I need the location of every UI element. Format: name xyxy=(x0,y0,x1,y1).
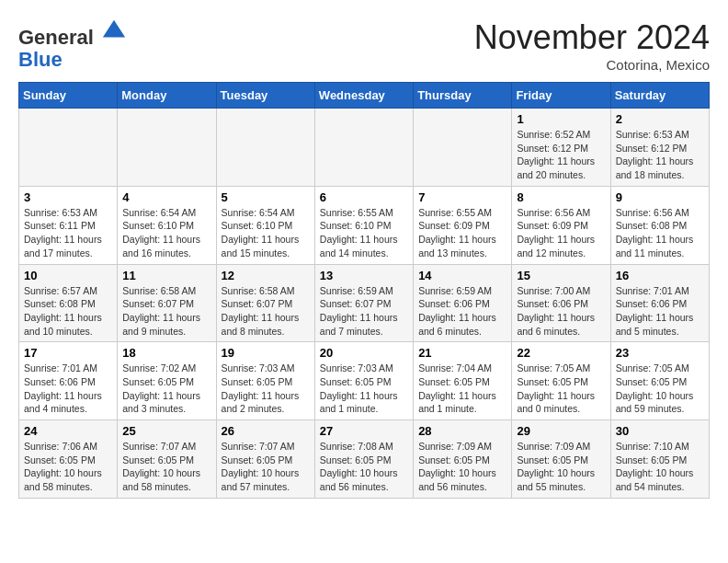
location: Cotorina, Mexico xyxy=(474,57,710,73)
month-title: November 2024 xyxy=(474,18,710,57)
calendar-week-4: 17Sunrise: 7:01 AM Sunset: 6:06 PM Dayli… xyxy=(19,342,710,420)
calendar-week-2: 3Sunrise: 6:53 AM Sunset: 6:11 PM Daylig… xyxy=(19,186,710,264)
calendar-cell: 10Sunrise: 6:57 AM Sunset: 6:08 PM Dayli… xyxy=(19,264,118,342)
day-number: 19 xyxy=(222,346,310,360)
calendar-table: SundayMondayTuesdayWednesdayThursdayFrid… xyxy=(18,82,710,499)
calendar-cell: 21Sunrise: 7:04 AM Sunset: 6:05 PM Dayli… xyxy=(414,342,512,420)
calendar-cell: 26Sunrise: 7:07 AM Sunset: 6:05 PM Dayli… xyxy=(216,420,314,499)
calendar-cell xyxy=(19,109,118,187)
day-number: 12 xyxy=(222,269,310,282)
calendar-cell: 2Sunrise: 6:53 AM Sunset: 6:12 PM Daylig… xyxy=(610,109,709,187)
logo: General Blue xyxy=(18,18,127,71)
day-number: 24 xyxy=(24,424,112,438)
day-number: 3 xyxy=(24,190,112,204)
day-number: 26 xyxy=(222,424,310,438)
day-number: 17 xyxy=(24,346,112,360)
day-number: 10 xyxy=(24,269,112,282)
calendar-cell: 5Sunrise: 6:54 AM Sunset: 6:10 PM Daylig… xyxy=(216,186,314,264)
day-info: Sunrise: 6:55 AM Sunset: 6:09 PM Dayligh… xyxy=(418,206,506,260)
calendar-cell: 14Sunrise: 6:59 AM Sunset: 6:06 PM Dayli… xyxy=(414,264,512,342)
day-number: 29 xyxy=(517,424,605,438)
day-number: 11 xyxy=(122,269,210,282)
calendar-cell: 29Sunrise: 7:09 AM Sunset: 6:05 PM Dayli… xyxy=(512,420,610,499)
day-info: Sunrise: 6:52 AM Sunset: 6:12 PM Dayligh… xyxy=(517,128,605,182)
day-info: Sunrise: 6:54 AM Sunset: 6:10 PM Dayligh… xyxy=(222,206,310,260)
svg-marker-0 xyxy=(103,20,125,38)
day-info: Sunrise: 7:01 AM Sunset: 6:06 PM Dayligh… xyxy=(24,362,112,416)
calendar-cell: 3Sunrise: 6:53 AM Sunset: 6:11 PM Daylig… xyxy=(19,186,118,264)
day-info: Sunrise: 6:59 AM Sunset: 6:06 PM Dayligh… xyxy=(418,284,506,339)
day-info: Sunrise: 6:58 AM Sunset: 6:07 PM Dayligh… xyxy=(122,284,210,339)
day-number: 23 xyxy=(616,346,704,360)
weekday-header-tuesday: Tuesday xyxy=(216,83,314,109)
calendar-cell xyxy=(216,109,314,187)
day-info: Sunrise: 7:09 AM Sunset: 6:05 PM Dayligh… xyxy=(517,440,605,494)
day-number: 6 xyxy=(320,190,408,204)
day-info: Sunrise: 7:05 AM Sunset: 6:05 PM Dayligh… xyxy=(616,362,704,416)
weekday-header-sunday: Sunday xyxy=(19,83,118,109)
day-number: 25 xyxy=(122,424,210,438)
calendar-cell xyxy=(118,109,216,187)
calendar-cell: 16Sunrise: 7:01 AM Sunset: 6:06 PM Dayli… xyxy=(610,264,709,342)
weekday-header-wednesday: Wednesday xyxy=(314,83,413,109)
day-info: Sunrise: 7:08 AM Sunset: 6:05 PM Dayligh… xyxy=(320,440,408,494)
day-info: Sunrise: 6:59 AM Sunset: 6:07 PM Dayligh… xyxy=(320,284,408,339)
calendar-cell: 28Sunrise: 7:09 AM Sunset: 6:05 PM Dayli… xyxy=(414,420,512,499)
day-info: Sunrise: 6:58 AM Sunset: 6:07 PM Dayligh… xyxy=(222,284,310,339)
calendar-cell: 4Sunrise: 6:54 AM Sunset: 6:10 PM Daylig… xyxy=(118,186,216,264)
weekday-header-saturday: Saturday xyxy=(610,83,709,109)
weekday-header-friday: Friday xyxy=(512,83,610,109)
calendar-cell: 8Sunrise: 6:56 AM Sunset: 6:09 PM Daylig… xyxy=(512,186,610,264)
logo-blue: Blue xyxy=(18,48,63,71)
day-number: 28 xyxy=(418,424,506,438)
day-number: 14 xyxy=(418,269,506,282)
day-number: 5 xyxy=(222,190,310,204)
day-number: 8 xyxy=(517,190,605,204)
day-number: 20 xyxy=(320,346,408,360)
calendar-cell: 18Sunrise: 7:02 AM Sunset: 6:05 PM Dayli… xyxy=(118,342,216,420)
day-info: Sunrise: 7:10 AM Sunset: 6:05 PM Dayligh… xyxy=(616,440,704,494)
calendar-cell: 20Sunrise: 7:03 AM Sunset: 6:05 PM Dayli… xyxy=(314,342,413,420)
day-number: 30 xyxy=(616,424,704,438)
day-info: Sunrise: 6:55 AM Sunset: 6:10 PM Dayligh… xyxy=(320,206,408,260)
day-info: Sunrise: 7:07 AM Sunset: 6:05 PM Dayligh… xyxy=(122,440,210,494)
calendar-cell: 13Sunrise: 6:59 AM Sunset: 6:07 PM Dayli… xyxy=(314,264,413,342)
calendar-body: 1Sunrise: 6:52 AM Sunset: 6:12 PM Daylig… xyxy=(19,109,710,499)
day-info: Sunrise: 6:56 AM Sunset: 6:09 PM Dayligh… xyxy=(517,206,605,260)
day-number: 18 xyxy=(122,346,210,360)
day-info: Sunrise: 6:53 AM Sunset: 6:11 PM Dayligh… xyxy=(24,206,112,260)
day-number: 21 xyxy=(418,346,506,360)
calendar-cell: 27Sunrise: 7:08 AM Sunset: 6:05 PM Dayli… xyxy=(314,420,413,499)
day-info: Sunrise: 7:02 AM Sunset: 6:05 PM Dayligh… xyxy=(122,362,210,416)
day-info: Sunrise: 7:03 AM Sunset: 6:05 PM Dayligh… xyxy=(320,362,408,416)
logo-general: General xyxy=(18,26,94,49)
calendar-week-3: 10Sunrise: 6:57 AM Sunset: 6:08 PM Dayli… xyxy=(19,264,710,342)
title-block: November 2024 Cotorina, Mexico xyxy=(474,18,710,73)
day-info: Sunrise: 7:06 AM Sunset: 6:05 PM Dayligh… xyxy=(24,440,112,494)
calendar-week-5: 24Sunrise: 7:06 AM Sunset: 6:05 PM Dayli… xyxy=(19,420,710,499)
day-info: Sunrise: 6:54 AM Sunset: 6:10 PM Dayligh… xyxy=(122,206,210,260)
calendar-cell: 23Sunrise: 7:05 AM Sunset: 6:05 PM Dayli… xyxy=(610,342,709,420)
calendar-cell: 15Sunrise: 7:00 AM Sunset: 6:06 PM Dayli… xyxy=(512,264,610,342)
day-info: Sunrise: 7:05 AM Sunset: 6:05 PM Dayligh… xyxy=(517,362,605,416)
calendar-cell: 25Sunrise: 7:07 AM Sunset: 6:05 PM Dayli… xyxy=(118,420,216,499)
page-header: General Blue November 2024 Cotorina, Mex… xyxy=(18,18,710,73)
calendar-cell: 7Sunrise: 6:55 AM Sunset: 6:09 PM Daylig… xyxy=(414,186,512,264)
calendar-header-row: SundayMondayTuesdayWednesdayThursdayFrid… xyxy=(19,83,710,109)
weekday-header-monday: Monday xyxy=(118,83,216,109)
day-number: 15 xyxy=(517,269,605,282)
day-info: Sunrise: 7:07 AM Sunset: 6:05 PM Dayligh… xyxy=(222,440,310,494)
calendar-cell: 11Sunrise: 6:58 AM Sunset: 6:07 PM Dayli… xyxy=(118,264,216,342)
calendar-cell: 22Sunrise: 7:05 AM Sunset: 6:05 PM Dayli… xyxy=(512,342,610,420)
calendar-cell: 19Sunrise: 7:03 AM Sunset: 6:05 PM Dayli… xyxy=(216,342,314,420)
day-number: 9 xyxy=(616,190,704,204)
day-number: 27 xyxy=(320,424,408,438)
day-number: 16 xyxy=(616,269,704,282)
day-number: 4 xyxy=(122,190,210,204)
calendar-cell: 12Sunrise: 6:58 AM Sunset: 6:07 PM Dayli… xyxy=(216,264,314,342)
calendar-cell: 17Sunrise: 7:01 AM Sunset: 6:06 PM Dayli… xyxy=(19,342,118,420)
day-info: Sunrise: 6:56 AM Sunset: 6:08 PM Dayligh… xyxy=(616,206,704,260)
calendar-cell: 24Sunrise: 7:06 AM Sunset: 6:05 PM Dayli… xyxy=(19,420,118,499)
day-info: Sunrise: 7:09 AM Sunset: 6:05 PM Dayligh… xyxy=(418,440,506,494)
day-info: Sunrise: 6:53 AM Sunset: 6:12 PM Dayligh… xyxy=(616,128,704,182)
